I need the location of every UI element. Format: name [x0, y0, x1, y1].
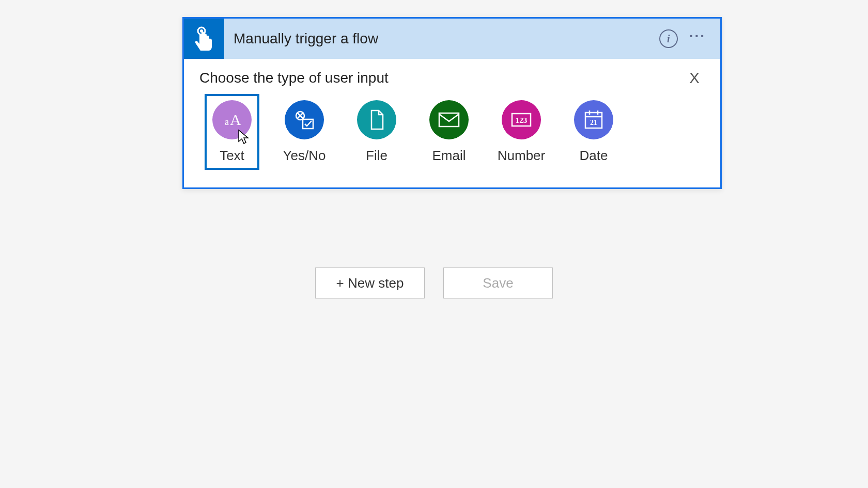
option-label-file: File	[366, 148, 388, 164]
svg-text:123: 123	[516, 116, 528, 124]
touch-icon	[193, 26, 215, 52]
input-type-email[interactable]: Email	[422, 94, 476, 170]
input-type-file[interactable]: File	[349, 94, 404, 170]
close-icon[interactable]: X	[689, 69, 705, 87]
trigger-title: Manually trigger a flow	[224, 30, 659, 47]
input-type-yesno[interactable]: Yes/No	[277, 94, 332, 170]
trigger-card: Manually trigger a flow i ··· Choose the…	[182, 17, 722, 189]
trigger-icon-box	[184, 19, 224, 59]
body-header: Choose the type of user input X	[199, 69, 705, 87]
svg-rect-8	[439, 113, 459, 127]
text-icon: a A	[212, 100, 252, 139]
input-type-date[interactable]: 21 Date	[566, 94, 621, 170]
email-icon	[429, 100, 469, 139]
svg-text:a: a	[225, 117, 229, 127]
info-icon[interactable]: i	[659, 29, 678, 48]
number-icon: 123	[502, 100, 541, 139]
option-label-text: Text	[220, 148, 244, 164]
save-button[interactable]: Save	[443, 267, 553, 298]
svg-text:A: A	[230, 111, 241, 128]
yesno-icon	[285, 100, 324, 139]
svg-text:21: 21	[590, 119, 597, 127]
new-step-button[interactable]: + New step	[315, 267, 425, 298]
trigger-header[interactable]: Manually trigger a flow i ···	[184, 19, 720, 59]
input-types-row: a A Text Yes/No	[199, 94, 705, 170]
option-label-date: Date	[580, 148, 608, 164]
option-label-number: Number	[498, 148, 545, 164]
body-title: Choose the type of user input	[199, 70, 389, 86]
trigger-body: Choose the type of user input X a A Text	[184, 59, 720, 187]
more-icon[interactable]: ···	[689, 34, 706, 44]
input-type-number[interactable]: 123 Number	[494, 94, 549, 170]
option-label-email: Email	[432, 148, 466, 164]
action-buttons: + New step Save	[0, 267, 868, 298]
input-type-text[interactable]: a A Text	[205, 94, 259, 170]
option-label-yesno: Yes/No	[283, 148, 326, 164]
date-icon: 21	[574, 100, 613, 139]
file-icon	[357, 100, 396, 139]
